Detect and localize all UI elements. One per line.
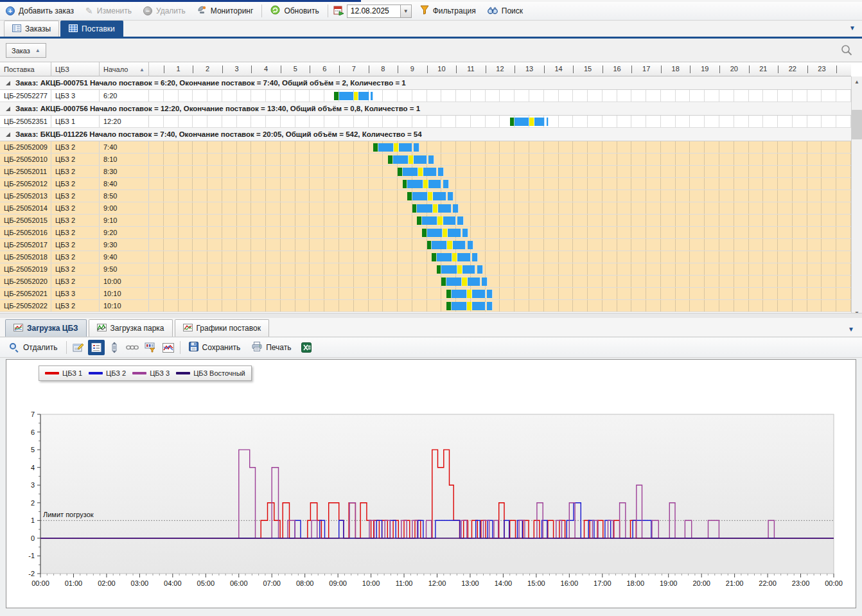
bar-segment-yellow: [423, 180, 428, 188]
monitoring-button[interactable]: Мониторинг: [191, 3, 259, 19]
delivery-row[interactable]: ЦБ-25052277ЦБЗ 36:20: [0, 90, 851, 102]
delivery-gantt-bar[interactable]: [432, 253, 478, 261]
delivery-row[interactable]: ЦБ-25052019ЦБЗ 29:50: [0, 263, 851, 276]
tab-orders[interactable]: Заказы: [4, 21, 59, 37]
delivery-gantt-bar[interactable]: [427, 241, 473, 249]
delivery-row[interactable]: ЦБ-25052012ЦБЗ 28:40: [0, 178, 851, 190]
add-order-button[interactable]: + Добавить заказ: [0, 3, 80, 19]
bar-segment-green: [334, 92, 339, 100]
start-time-cell: 9:50: [100, 263, 149, 275]
grid-search-icon[interactable]: [840, 44, 853, 57]
collapse-icon[interactable]: [5, 106, 11, 112]
vertical-scrollbar[interactable]: ▲ ▼: [851, 76, 862, 318]
order-group-label: Заказ: БКЦБ-011226 Начало поставок = 7:4…: [15, 130, 422, 138]
scrollbar-thumb[interactable]: [852, 110, 862, 139]
calendar-icon[interactable]: [333, 5, 344, 17]
delivery-gantt-bar[interactable]: [334, 92, 373, 100]
start-time-cell: 10:10: [100, 300, 149, 312]
group-by-order-button[interactable]: Заказ ▲: [6, 43, 46, 58]
hour-tick: [631, 66, 632, 73]
delivery-row[interactable]: ЦБ-25052009ЦБЗ 27:40: [0, 141, 851, 154]
delivery-gantt-bar[interactable]: [422, 229, 468, 237]
delivery-gantt-bar[interactable]: [412, 204, 459, 213]
monitoring-label: Мониторинг: [211, 6, 254, 15]
hour-tick: [836, 66, 837, 73]
start-time-cell: 10:00: [100, 276, 149, 287]
column-header-delivery[interactable]: Поставка: [0, 62, 51, 76]
delete-order-button[interactable]: − Удалить: [137, 3, 191, 19]
excel-export-button[interactable]: [298, 340, 315, 355]
delivery-row[interactable]: ЦБ-25052013ЦБЗ 28:50: [0, 190, 851, 202]
delivery-row[interactable]: ЦБ-25052018ЦБЗ 29:40: [0, 251, 851, 263]
delivery-gantt-bar[interactable]: [417, 216, 463, 225]
tab-deliveries[interactable]: Поставки: [60, 21, 123, 37]
delivery-gantt-bar[interactable]: [388, 155, 434, 164]
plant-cell: ЦБЗ 2: [51, 166, 100, 177]
delivery-row[interactable]: ЦБ-25052015ЦБЗ 29:10: [0, 215, 851, 227]
order-group-row[interactable]: Заказ: АКЦБ-000756 Начало поставок = 12:…: [0, 102, 851, 116]
toolbar-separator: [180, 341, 180, 354]
delivery-gantt-bar[interactable]: [407, 192, 453, 200]
chart-legend[interactable]: ЦБЗ 1ЦБЗ 2ЦБЗ 3ЦБЗ Восточный: [39, 365, 252, 381]
column-header-plant[interactable]: ЦБЗ: [51, 62, 100, 76]
delivery-row[interactable]: ЦБ-25052021ЦБЗ 310:10: [0, 288, 851, 300]
delivery-row[interactable]: ЦБ-25052011ЦБЗ 28:30: [0, 166, 851, 178]
delivery-row[interactable]: ЦБ-25052016ЦБЗ 29:20: [0, 227, 851, 239]
tab-overflow-dropdown[interactable]: ▼: [849, 24, 856, 31]
svg-text:6: 6: [31, 428, 35, 436]
chart-legend-toggle-button[interactable]: [88, 340, 105, 355]
scroll-up-button[interactable]: ▲: [852, 76, 862, 87]
search-button[interactable]: Поиск: [482, 3, 529, 19]
filter-button[interactable]: Фильтрация: [414, 3, 482, 19]
link-button[interactable]: [124, 340, 141, 355]
fleet-load-chart-icon: [97, 324, 107, 333]
bar-segment-blue: [412, 192, 428, 200]
order-group-row[interactable]: Заказ: АКЦБ-000751 Начало поставок = 6:2…: [0, 76, 851, 90]
bar-segment-green: [510, 118, 515, 126]
delivery-row[interactable]: ЦБ-25052351ЦБЗ 112:20: [0, 116, 851, 128]
delivery-row[interactable]: ЦБ-25052022ЦБЗ 210:10: [0, 300, 851, 312]
panel-splitter[interactable]: [0, 313, 862, 318]
delivery-gantt-bar[interactable]: [437, 265, 483, 274]
date-input[interactable]: [347, 5, 400, 17]
date-dropdown-button[interactable]: ▼: [400, 5, 411, 17]
collapse-icon[interactable]: [5, 80, 11, 86]
delivery-gantt-bar[interactable]: [441, 277, 488, 286]
axis-scale-button[interactable]: [106, 340, 123, 355]
delivery-gantt-bar[interactable]: [373, 143, 419, 152]
chart-properties-button[interactable]: [70, 340, 87, 355]
delivery-row[interactable]: ЦБ-25052017ЦБЗ 29:30: [0, 239, 851, 251]
refresh-button[interactable]: Обновить: [265, 3, 324, 19]
order-group-row[interactable]: Заказ: БКЦБ-011226 Начало поставок = 7:4…: [0, 128, 851, 141]
hour-tick: [778, 66, 778, 73]
legend-label: ЦБЗ 1: [62, 369, 82, 377]
save-button[interactable]: Сохранить: [183, 340, 247, 356]
delivery-row[interactable]: ЦБ-25052010ЦБЗ 28:10: [0, 154, 851, 166]
tab-fleet-load[interactable]: Загрузка парка: [89, 319, 173, 337]
tab-delivery-graphs[interactable]: Графики поставок: [175, 319, 269, 337]
bar-segment-green: [388, 155, 393, 164]
svg-text:09:00: 09:00: [329, 579, 347, 587]
delivery-row[interactable]: ЦБ-25052014ЦБЗ 29:00: [0, 202, 851, 215]
series-view-button[interactable]: [160, 340, 177, 355]
tab-plant-load[interactable]: Загрузка ЦБЗ: [5, 319, 87, 337]
bar-segment-blue: [477, 265, 483, 274]
timeline-cell: [149, 178, 851, 189]
delivery-gantt-bar[interactable]: [403, 180, 449, 188]
svg-text:18:00: 18:00: [626, 579, 644, 587]
delivery-gantt-bar[interactable]: [446, 290, 493, 298]
bar-segment-blue: [453, 204, 459, 213]
edit-order-button[interactable]: ✎ Изменить: [80, 3, 137, 19]
hour-label: 12: [490, 65, 509, 73]
bar-segment-blue: [422, 216, 437, 225]
filter-series-button[interactable]: [142, 340, 159, 355]
zoom-out-button[interactable]: Отдалить: [4, 340, 64, 356]
column-header-start[interactable]: Начало ▲: [100, 62, 149, 76]
delivery-row[interactable]: ЦБ-25052020ЦБЗ 210:00: [0, 276, 851, 288]
bottom-tab-overflow-dropdown[interactable]: ▼: [848, 326, 854, 333]
collapse-icon[interactable]: [5, 132, 11, 137]
delivery-gantt-bar[interactable]: [510, 118, 549, 126]
print-button[interactable]: Печать: [246, 340, 297, 356]
delivery-gantt-bar[interactable]: [446, 302, 493, 310]
delivery-gantt-bar[interactable]: [398, 168, 444, 176]
